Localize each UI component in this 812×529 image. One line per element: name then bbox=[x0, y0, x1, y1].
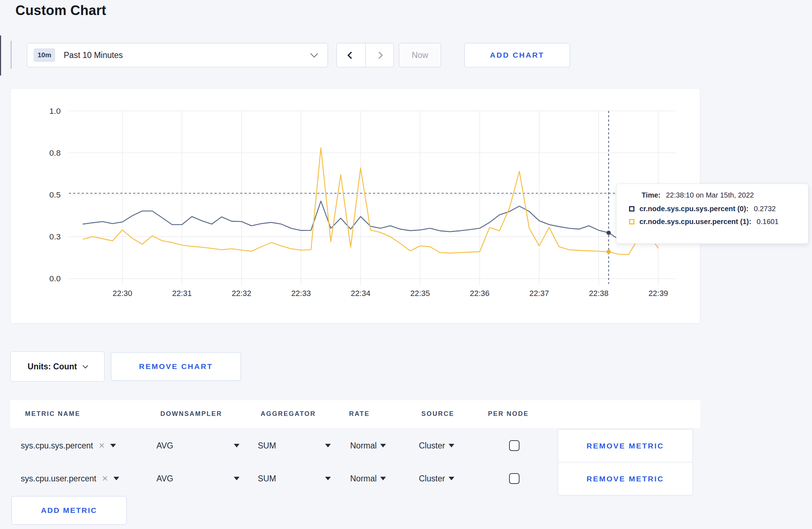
now-button[interactable]: Now bbox=[399, 43, 441, 67]
x-axis-tick-label: 22:34 bbox=[351, 289, 371, 298]
column-header-source: SOURCE bbox=[421, 410, 454, 418]
sys-percent-line bbox=[83, 201, 668, 239]
chevron-left-icon bbox=[347, 51, 355, 59]
page-title: Custom Chart bbox=[15, 3, 106, 18]
chart-card: 0.00.30.50.81.022:3022:3122:3222:3322:34… bbox=[10, 88, 700, 324]
page-edge-line bbox=[0, 35, 1, 76]
chart-tooltip: Time:22:38:10 on Mar 15th, 2022 cr.node.… bbox=[616, 184, 808, 244]
per-node-checkbox[interactable] bbox=[509, 473, 519, 484]
rate-select[interactable]: Normal bbox=[350, 429, 386, 462]
custom-chart-page: Custom Chart 10m Past 10 Minutes Now ADD… bbox=[0, 0, 812, 529]
dropdown-caret-icon bbox=[234, 444, 240, 447]
source-select[interactable]: Cluster bbox=[419, 462, 454, 495]
x-axis-tick-label: 22:32 bbox=[232, 289, 251, 298]
y-axis-tick-label: 1.0 bbox=[49, 106, 61, 116]
metric-name-select[interactable]: sys.cpu.user.percent × bbox=[21, 462, 119, 495]
user-series-swatch-icon bbox=[629, 219, 634, 224]
aggregator-value: SUM bbox=[258, 441, 276, 451]
y-axis-tick-label: 0.0 bbox=[49, 274, 61, 283]
dropdown-caret-icon bbox=[234, 477, 240, 480]
dropdown-caret-icon bbox=[110, 444, 116, 447]
chevron-down-icon bbox=[310, 50, 318, 57]
dropdown-caret-icon bbox=[449, 477, 454, 480]
y-axis-tick-label: 0.8 bbox=[49, 148, 61, 157]
clear-metric-icon[interactable]: × bbox=[102, 474, 108, 484]
metric-row: sys.cpu.user.percent × AVG SUM Normal Cl… bbox=[10, 462, 700, 495]
tooltip-time-label: Time: bbox=[642, 191, 661, 199]
tooltip-series-value: 0.2732 bbox=[754, 205, 776, 213]
tooltip-time-value: 22:38:10 on Mar 15th, 2022 bbox=[666, 191, 754, 199]
dropdown-caret-icon bbox=[380, 477, 386, 480]
dropdown-caret-icon bbox=[113, 477, 119, 480]
prev-range-button[interactable] bbox=[337, 43, 366, 67]
timeseries-chart[interactable]: 0.00.30.50.81.022:3022:3122:3222:3322:34… bbox=[11, 88, 700, 323]
downsampler-value: AVG bbox=[156, 441, 173, 451]
dropdown-caret-icon bbox=[325, 477, 331, 480]
toolbar-divider bbox=[11, 41, 11, 69]
dropdown-caret-icon bbox=[449, 444, 454, 447]
x-axis-tick-label: 22:38 bbox=[589, 289, 609, 298]
downsampler-select[interactable]: AVG bbox=[156, 429, 240, 462]
source-value: Cluster bbox=[419, 474, 445, 484]
chevron-right-icon bbox=[376, 51, 383, 59]
tooltip-time-row: Time:22:38:10 on Mar 15th, 2022 bbox=[642, 191, 808, 199]
source-value: Cluster bbox=[419, 441, 445, 451]
chevron-down-icon bbox=[83, 363, 88, 368]
dropdown-caret-icon bbox=[325, 444, 331, 447]
time-range-dropdown[interactable]: 10m Past 10 Minutes bbox=[27, 43, 328, 67]
remove-chart-button[interactable]: REMOVE CHART bbox=[111, 352, 241, 381]
rate-select[interactable]: Normal bbox=[350, 462, 386, 495]
aggregator-select[interactable]: SUM bbox=[258, 462, 331, 495]
time-range-label: Past 10 Minutes bbox=[64, 50, 123, 60]
tooltip-series-row: cr.node.sys.cpu.user.percent (1): 0.1601 bbox=[629, 218, 808, 226]
tooltip-series-row: cr.node.sys.cpu.sys.percent (0): 0.2732 bbox=[629, 205, 808, 213]
sys-series-swatch-icon bbox=[629, 206, 634, 212]
next-range-button[interactable] bbox=[366, 43, 394, 67]
tooltip-series-name: cr.node.sys.cpu.sys.percent (0): bbox=[639, 205, 749, 213]
aggregator-select[interactable]: SUM bbox=[258, 429, 331, 462]
tooltip-series-value: 0.1601 bbox=[757, 218, 778, 226]
x-axis-tick-label: 22:33 bbox=[291, 289, 311, 298]
tooltip-series-name: cr.node.sys.cpu.user.percent (1): bbox=[639, 218, 751, 226]
user-percent-hover-dot bbox=[606, 249, 611, 254]
downsampler-select[interactable]: AVG bbox=[156, 462, 240, 495]
column-header-aggregator: AGGREGATOR bbox=[261, 410, 316, 418]
time-nav-group bbox=[337, 43, 394, 67]
metric-row: sys.cpu.sys.percent × AVG SUM Normal Clu… bbox=[10, 429, 700, 462]
x-axis-tick-label: 22:31 bbox=[172, 289, 192, 298]
column-header-downsampler: DOWNSAMPLER bbox=[160, 410, 222, 418]
clear-metric-icon[interactable]: × bbox=[99, 441, 105, 451]
metrics-table-header: METRIC NAME DOWNSAMPLER AGGREGATOR RATE … bbox=[10, 400, 700, 428]
x-axis-tick-label: 22:39 bbox=[648, 289, 668, 298]
sys-percent-hover-dot bbox=[606, 230, 611, 235]
x-axis-tick-label: 22:36 bbox=[470, 289, 489, 298]
metric-name-select[interactable]: sys.cpu.sys.percent × bbox=[21, 429, 116, 462]
aggregator-value: SUM bbox=[258, 474, 276, 484]
time-range-badge: 10m bbox=[34, 48, 55, 62]
x-axis-tick-label: 22:30 bbox=[113, 289, 132, 298]
add-metric-button[interactable]: ADD METRIC bbox=[11, 496, 127, 525]
source-select[interactable]: Cluster bbox=[419, 429, 454, 462]
y-axis-tick-label: 0.3 bbox=[49, 232, 61, 241]
units-dropdown[interactable]: Units: Count bbox=[10, 351, 105, 382]
x-axis-tick-label: 22:35 bbox=[410, 289, 430, 298]
add-chart-button[interactable]: ADD CHART bbox=[464, 43, 570, 67]
rate-value: Normal bbox=[350, 474, 377, 484]
user-percent-line bbox=[83, 148, 658, 254]
metric-name-value: sys.cpu.user.percent bbox=[21, 474, 96, 484]
column-header-rate: RATE bbox=[349, 410, 370, 418]
y-axis-tick-label: 0.5 bbox=[49, 190, 61, 199]
x-axis-tick-label: 22:37 bbox=[530, 289, 549, 298]
column-header-metric-name: METRIC NAME bbox=[25, 410, 81, 418]
remove-metric-button[interactable]: REMOVE METRIC bbox=[558, 462, 693, 495]
per-node-checkbox[interactable] bbox=[509, 440, 519, 451]
downsampler-value: AVG bbox=[156, 474, 173, 484]
dropdown-caret-icon bbox=[380, 444, 386, 447]
units-label: Units: Count bbox=[28, 362, 77, 372]
column-header-per-node: PER NODE bbox=[488, 410, 529, 418]
rate-value: Normal bbox=[350, 441, 377, 451]
remove-metric-button[interactable]: REMOVE METRIC bbox=[558, 429, 693, 462]
metric-name-value: sys.cpu.sys.percent bbox=[21, 441, 93, 451]
